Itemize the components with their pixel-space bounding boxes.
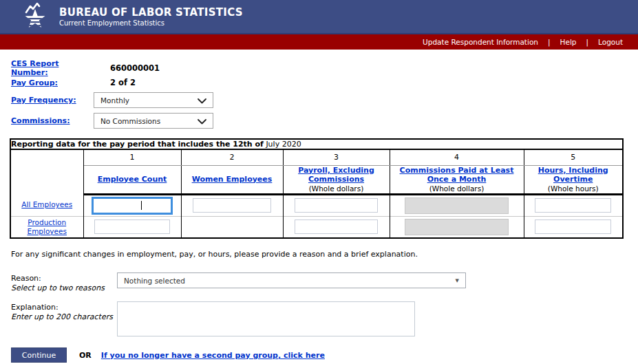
nav-help-link[interactable]: Help bbox=[560, 38, 577, 46]
production-employees-commissions-input[interactable] bbox=[405, 219, 509, 235]
reason-label: Reason: bbox=[11, 274, 117, 283]
employee-count-header-sub bbox=[84, 184, 181, 193]
reason-row: Reason: Select up to two reasons Nothing… bbox=[11, 272, 638, 292]
all-employees-employee-count-input[interactable] bbox=[92, 197, 173, 215]
top-nav-bar: Update Respondent Information | Help | L… bbox=[0, 34, 638, 50]
employee-count-header-link[interactable]: Employee Count bbox=[84, 175, 181, 184]
production-employees-payroll-input[interactable] bbox=[295, 220, 377, 234]
women-employees-header-link[interactable]: Women Employees bbox=[182, 175, 283, 184]
column-number-5: 5 bbox=[524, 149, 623, 165]
pay-frequency-label[interactable]: Pay Frequency: bbox=[11, 96, 94, 105]
column-number-4: 4 bbox=[390, 149, 524, 165]
nav-update-respondent-information-link[interactable]: Update Respondent Information bbox=[423, 38, 538, 46]
hours-header-sub: (Whole hours) bbox=[524, 184, 623, 193]
women-employees-header-sub bbox=[182, 184, 283, 193]
chevron-down-icon bbox=[198, 114, 206, 127]
ces-report-number-label[interactable]: CES Report Number: bbox=[11, 59, 94, 77]
reporting-data-table: Reporting data for the pay period that i… bbox=[10, 138, 624, 239]
caret-down-icon: ▼ bbox=[456, 278, 459, 283]
column-number-2: 2 bbox=[181, 149, 283, 165]
explanation-hint: Enter up to 200 characters bbox=[11, 312, 117, 321]
pay-frequency-select[interactable]: Monthly bbox=[94, 92, 213, 108]
production-employees-row-link[interactable]: Production Employees bbox=[28, 218, 67, 235]
all-employees-women-employees-input[interactable] bbox=[193, 198, 272, 213]
table-title-bold: Reporting data for the pay period that i… bbox=[11, 140, 264, 149]
production-employees-row: Production Employees bbox=[10, 216, 623, 238]
corner-cell bbox=[10, 149, 83, 194]
pay-group-label[interactable]: Pay Group: bbox=[11, 78, 94, 87]
reason-hint: Select up to two reasons bbox=[11, 283, 117, 292]
commissions-select[interactable]: No Commissions bbox=[94, 113, 213, 129]
commissions-selected-value: No Commissions bbox=[100, 117, 160, 125]
all-employees-row: All Employees bbox=[10, 194, 623, 216]
reason-selected-value: Nothing selected bbox=[124, 277, 185, 285]
pay-group-value: 2 of 2 bbox=[110, 78, 136, 87]
nav-logout-link[interactable]: Logout bbox=[598, 38, 623, 46]
pay-frequency-selected-value: Monthly bbox=[100, 96, 129, 105]
actions-row: Continue OR If you no longer have a seco… bbox=[11, 347, 638, 363]
all-employees-hours-input[interactable] bbox=[535, 198, 611, 213]
app-title: BUREAU OF LABOR STATISTICS bbox=[59, 6, 243, 19]
table-title-period: July 2020 bbox=[266, 140, 301, 149]
column-header-row: Employee Count Women Employees Payroll, … bbox=[10, 165, 623, 194]
production-employees-employee-count-input[interactable] bbox=[94, 220, 170, 234]
chevron-down-icon bbox=[198, 94, 206, 107]
commissions-label[interactable]: Commissions: bbox=[11, 116, 94, 125]
no-second-pay-group-link[interactable]: If you no longer have a second pay group… bbox=[101, 351, 325, 360]
or-label: OR bbox=[79, 351, 92, 360]
ces-report-number-value: 660000001 bbox=[110, 63, 160, 73]
column-number-3: 3 bbox=[283, 149, 390, 165]
all-employees-commissions-input[interactable] bbox=[405, 197, 509, 214]
all-employees-row-link[interactable]: All Employees bbox=[21, 200, 72, 208]
hours-header-link[interactable]: Hours, Including Overtime bbox=[524, 166, 623, 184]
nav-separator: | bbox=[586, 38, 589, 46]
all-employees-payroll-input[interactable] bbox=[295, 198, 377, 213]
app-header: BUREAU OF LABOR STATISTICS Current Emplo… bbox=[0, 0, 638, 34]
continue-button[interactable]: Continue bbox=[11, 347, 67, 363]
payroll-header-link[interactable]: Payroll, Excluding Commissions bbox=[284, 166, 390, 184]
column-number-row: 1 2 3 4 5 bbox=[10, 149, 623, 165]
reason-select[interactable]: Nothing selected ▼ bbox=[117, 272, 466, 288]
explanation-label: Explanation: bbox=[11, 303, 117, 312]
nav-separator: | bbox=[548, 38, 551, 46]
explanation-textarea[interactable] bbox=[117, 301, 415, 336]
table-title-row: Reporting data for the pay period that i… bbox=[10, 139, 623, 149]
significant-changes-note: For any significant changes in employmen… bbox=[11, 250, 638, 259]
report-info-section: CES Report Number: 660000001 Pay Group: … bbox=[0, 50, 638, 129]
payroll-header-sub: (Whole dollars) bbox=[284, 184, 390, 193]
column-number-1: 1 bbox=[83, 149, 181, 165]
commissions-paid-header-sub: (Whole dollars) bbox=[390, 184, 524, 193]
bls-star-logo-icon bbox=[21, 3, 50, 30]
app-subtitle: Current Employment Statistics bbox=[59, 19, 243, 27]
production-employees-hours-input[interactable] bbox=[535, 220, 611, 234]
table-title: Reporting data for the pay period that i… bbox=[10, 139, 623, 149]
explanation-row: Explanation: Enter up to 200 characters bbox=[11, 301, 638, 336]
commissions-paid-header-link[interactable]: Commissions Paid at Least Once a Month bbox=[390, 166, 524, 184]
